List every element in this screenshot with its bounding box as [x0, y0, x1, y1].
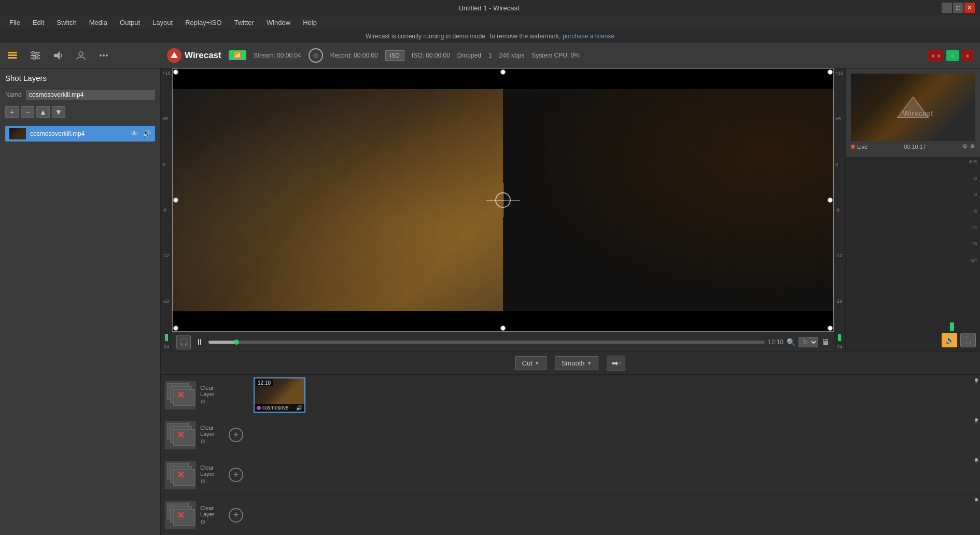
menu-edit[interactable]: Edit — [27, 17, 49, 29]
layer-3-number: 3 — [970, 455, 980, 495]
video-preview: 🎧 ⏸ 12:10 🔍 1x 2x 0.5x 🖥 — [172, 68, 834, 351]
more-icon[interactable] — [96, 48, 111, 63]
layer-audio-icon[interactable]: 🔊 — [142, 130, 151, 138]
menu-replay[interactable]: Replay+ISO — [180, 17, 227, 29]
layer-3-gear-icon[interactable]: ⚙ — [200, 478, 216, 485]
layer-2-stack-icon: ✕ — [165, 421, 196, 449]
svg-point-7 — [36, 54, 38, 57]
handle-bottom-mid[interactable] — [500, 326, 506, 331]
green-dot-button[interactable]: ● — [946, 50, 959, 61]
main-layout: Shot Layers Name + − ▲ ▼ cosmosoverkill.… — [0, 43, 980, 535]
layer-visibility-icon[interactable]: 👁 — [131, 130, 138, 138]
dropped-count: 1 — [488, 52, 492, 59]
menu-switch[interactable]: Switch — [51, 17, 81, 29]
iso-time-label: ISO: 00:00:00 — [412, 52, 450, 59]
handle-bottom-left[interactable] — [173, 326, 178, 331]
menu-file[interactable]: File — [4, 17, 25, 29]
progress-bar[interactable] — [208, 341, 765, 344]
center-right: Wirecast 📶 Stream: 00:00:04 Record: 00:0… — [161, 43, 980, 535]
left-toolbar — [0, 43, 161, 68]
menu-layout[interactable]: Layout — [147, 17, 178, 29]
pause-button[interactable]: ⏸ — [194, 336, 205, 348]
layer-2-dot — [975, 418, 978, 421]
smooth-button[interactable]: Smooth ▼ — [555, 356, 599, 370]
menu-twitter[interactable]: Twitter — [229, 17, 259, 29]
stream-button[interactable]: 📶 — [229, 50, 246, 60]
go-circle: ○ — [618, 360, 621, 366]
handle-bottom-right[interactable] — [828, 326, 833, 331]
audio-icon[interactable] — [51, 48, 65, 63]
handle-top-left[interactable] — [173, 69, 178, 75]
record-time-label: Record: 00:00:00 — [330, 52, 378, 59]
layer-1-number: 1 — [970, 375, 980, 415]
menu-help[interactable]: Help — [298, 17, 322, 29]
stream-time-label: Stream: 00:00:04 — [254, 52, 301, 59]
headphone-right-button[interactable]: 🎧 — [960, 333, 976, 347]
speaker-button[interactable]: 🔊 — [942, 333, 957, 347]
go-icon: ➡ — [611, 358, 618, 368]
layer-1-dot — [975, 378, 978, 382]
center-handle[interactable] — [495, 192, 511, 208]
right-panel: Wirecast Live 00:10:17 ⚙ 🖥 — [845, 68, 980, 351]
name-input[interactable] — [26, 90, 155, 100]
layer-controls: + − ▲ ▼ — [5, 106, 155, 118]
layer-row-1: ✕ Clear Layer ⚙ 12:10 — [161, 375, 980, 415]
layer-1-gear-icon[interactable]: ⚙ — [200, 398, 216, 405]
menu-window[interactable]: Window — [261, 17, 296, 29]
layer-1-shot[interactable]: 12:10 cosmosove 🔊 — [254, 377, 305, 413]
menu-output[interactable]: Output — [115, 17, 145, 29]
shot-time: 12:10 — [256, 379, 273, 386]
cpu-label: System CPU: 0% — [531, 52, 580, 59]
layer-3-add-button[interactable]: + — [229, 468, 243, 482]
purchase-link[interactable]: purchase a license — [563, 33, 614, 40]
handle-top-mid[interactable] — [500, 69, 506, 75]
handle-mid-right[interactable] — [828, 198, 833, 203]
red-dot-button[interactable]: ● ● — [928, 50, 944, 61]
settings-icon[interactable] — [28, 48, 43, 63]
svg-marker-9 — [54, 51, 60, 60]
minimize-button[interactable]: – — [942, 3, 952, 13]
record-button[interactable] — [309, 48, 323, 63]
add-layer-button[interactable]: + — [5, 106, 19, 118]
user-icon[interactable] — [74, 48, 88, 63]
layer-2-gear-icon[interactable]: ⚙ — [200, 438, 216, 445]
preview-area-container: +16 +8 0 -6 -12 -18 -24 — [161, 68, 980, 351]
handle-mid-left[interactable] — [173, 198, 178, 203]
layers-icon[interactable] — [5, 48, 20, 63]
vu-label-6: -24 — [162, 344, 170, 349]
live-settings-gear[interactable]: ⚙ 🖥 — [962, 143, 975, 150]
svg-rect-1 — [8, 54, 17, 56]
live-label: Live — [857, 144, 867, 150]
move-down-button[interactable]: ▼ — [52, 106, 65, 118]
red-dot-button2[interactable]: ● — [961, 50, 974, 61]
monitor-icon[interactable]: 🖥 — [821, 337, 830, 347]
go-button[interactable]: ➡ ○ — [607, 356, 625, 371]
cut-button[interactable]: Cut ▼ — [515, 356, 547, 370]
progress-fill — [208, 341, 236, 344]
menu-media[interactable]: Media — [84, 17, 113, 29]
cut-arrow: ▼ — [535, 360, 540, 366]
layer-4-gear-icon[interactable]: ⚙ — [200, 518, 216, 526]
vu-meter-left: +16 +8 0 -6 -12 -18 -24 — [161, 68, 172, 351]
maximize-button[interactable]: □ — [953, 3, 963, 13]
layer-item[interactable]: cosmosoverkill.mp4 👁 🔊 — [5, 126, 155, 142]
layer-2-icon-area: ✕ Clear Layer ⚙ — [161, 417, 220, 454]
move-up-button[interactable]: ▲ — [36, 106, 50, 118]
layer-2-add-button[interactable]: + — [229, 428, 243, 442]
live-preview: Wirecast Live 00:10:17 ⚙ 🖥 — [846, 68, 980, 157]
headphone-preview-button[interactable]: 🎧 — [176, 335, 191, 349]
layer-1-info: Clear Layer ⚙ — [200, 385, 216, 405]
close-button[interactable]: ✕ — [964, 3, 975, 13]
layer-4-add-button[interactable]: + — [229, 508, 243, 523]
handle-top-right[interactable] — [828, 69, 833, 75]
layer-3-clear-text: Clear Layer — [200, 464, 216, 477]
svg-text:Wirecast: Wirecast — [903, 109, 933, 118]
vu-label-0: +16 — [162, 71, 170, 76]
remove-layer-button[interactable]: − — [21, 106, 34, 118]
zoom-icon[interactable]: 🔍 — [787, 338, 795, 346]
vu-panel-right: +16 +8 0 -6 -12 -18 -24 🔊 🎧 — [846, 157, 980, 351]
vu-label-3: -6 — [162, 207, 170, 213]
iso-button[interactable]: ISO — [385, 50, 404, 61]
zoom-select[interactable]: 1x 2x 0.5x — [799, 337, 818, 347]
vu-controls: 🔊 🎧 — [942, 333, 976, 347]
